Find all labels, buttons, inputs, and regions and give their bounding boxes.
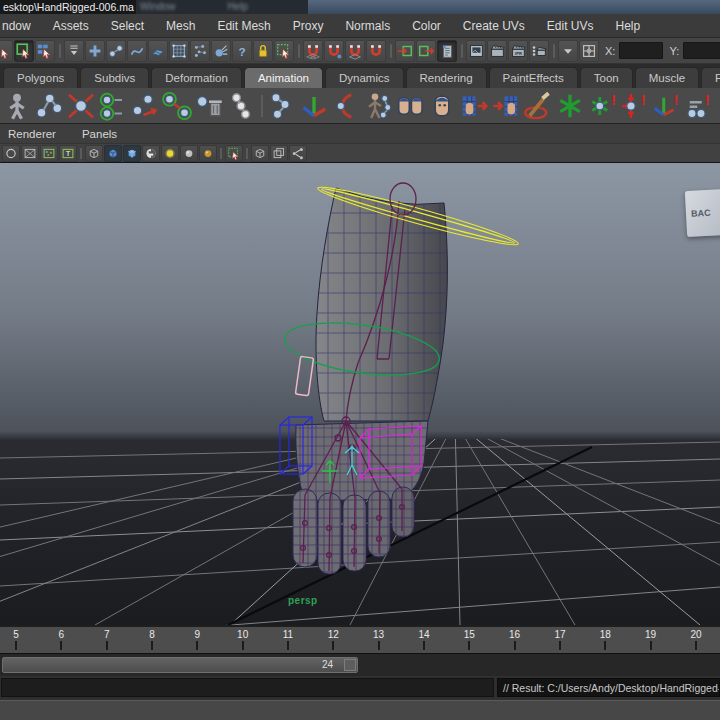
output-connections-icon[interactable]: [416, 40, 436, 62]
attach-skin-icon[interactable]: [491, 91, 521, 121]
heads-up-text-icon[interactable]: T: [59, 145, 77, 162]
sidebar-dropdown-icon[interactable]: [558, 40, 578, 62]
ipr-render-icon[interactable]: IPR: [508, 40, 528, 62]
reroot-joint-icon[interactable]: [267, 91, 297, 121]
shelf-tab-animation[interactable]: Animation: [244, 67, 323, 88]
construction-history-icon[interactable]: [437, 40, 457, 62]
timeline-frame-17[interactable]: 17: [554, 629, 565, 640]
timeline-frame-14[interactable]: 14: [418, 629, 429, 640]
mask-curves-icon[interactable]: [127, 40, 147, 62]
orient-constraint-icon[interactable]: !: [651, 91, 681, 121]
mask-misc-icon[interactable]: ?: [232, 40, 252, 62]
mask-deformers-icon[interactable]: [169, 40, 189, 62]
show-manipulators-icon[interactable]: [579, 40, 599, 62]
menu-create-uvs[interactable]: Create UVs: [452, 19, 536, 33]
timeline-frame-10[interactable]: 10: [237, 629, 248, 640]
mask-handles-icon[interactable]: [85, 40, 105, 62]
snap-to-curves-icon[interactable]: [324, 40, 344, 62]
ik-spline-handle-icon[interactable]: [98, 91, 128, 121]
back-image-plane[interactable]: BAC: [685, 189, 720, 237]
point-constraint-icon[interactable]: !: [587, 91, 617, 121]
share-nodes-icon[interactable]: [289, 145, 307, 162]
menu-edit-mesh[interactable]: Edit Mesh: [206, 19, 281, 33]
snap-to-points-icon[interactable]: [345, 40, 365, 62]
timeline-frame-6[interactable]: 6: [59, 629, 65, 640]
timeline-frame-20[interactable]: 20: [690, 629, 701, 640]
paint-skin-weights-icon[interactable]: [523, 91, 553, 121]
isolate-cube-icon[interactable]: [251, 145, 269, 162]
orient-joint-icon[interactable]: [299, 91, 329, 121]
timeline-frame-13[interactable]: 13: [373, 629, 384, 640]
selection-mask-menu-icon[interactable]: [64, 40, 84, 62]
smooth-bind-icon[interactable]: [395, 91, 425, 121]
default-material-icon[interactable]: [142, 145, 160, 162]
circle-select-icon[interactable]: [2, 145, 20, 162]
timeline-frame-12[interactable]: 12: [328, 629, 339, 640]
aim-constraint-icon[interactable]: !: [619, 91, 649, 121]
lighting-all-icon[interactable]: [199, 145, 217, 162]
timeline-frame-11[interactable]: 11: [283, 629, 293, 640]
timeline-frame-9[interactable]: 9: [195, 629, 201, 640]
selection-highlight-icon[interactable]: [225, 145, 243, 162]
menu-proxy[interactable]: Proxy: [282, 19, 335, 33]
timeline-frame-5[interactable]: 5: [13, 629, 19, 640]
timeline-frame-16[interactable]: 16: [509, 629, 520, 640]
snap-to-planes-icon[interactable]: [366, 40, 386, 62]
x-coordinate-input[interactable]: [619, 42, 663, 59]
gate-mask-icon[interactable]: [40, 145, 58, 162]
command-input[interactable]: [1, 678, 494, 697]
panels-menu[interactable]: Panels: [82, 128, 117, 140]
select-by-hierarchy-icon[interactable]: [0, 40, 13, 62]
menu-mesh[interactable]: Mesh: [155, 19, 206, 33]
create-cluster-icon[interactable]: [555, 91, 585, 121]
shelf-tab-painteffects[interactable]: PaintEffects: [489, 67, 578, 88]
detach-skin-icon[interactable]: [459, 91, 489, 121]
highlight-selection-icon[interactable]: [274, 40, 294, 62]
viewport[interactable]: persp BAC: [0, 163, 720, 625]
shelf-tab-muscle[interactable]: Muscle: [635, 67, 699, 88]
shelf-tab-rendering[interactable]: Rendering: [406, 67, 487, 88]
menu-edit-uvs[interactable]: Edit UVs: [536, 19, 605, 33]
mask-rendering-icon[interactable]: [211, 40, 231, 62]
shelf-tab-dynamics[interactable]: Dynamics: [325, 67, 403, 88]
shelf-tab-polygons[interactable]: Polygons: [3, 67, 78, 88]
mask-dynamics-icon[interactable]: [190, 40, 210, 62]
remove-joint-icon[interactable]: [194, 91, 224, 121]
render-settings-icon[interactable]: [529, 40, 549, 62]
ik-handle-tool-icon[interactable]: [66, 91, 96, 121]
rigid-bind-icon[interactable]: [427, 91, 457, 121]
renderer-menu[interactable]: Renderer: [8, 128, 56, 140]
timeline-frame-18[interactable]: 18: [600, 629, 611, 640]
select-by-component-icon[interactable]: [35, 40, 55, 62]
y-coordinate-input[interactable]: [683, 42, 720, 59]
render-view-icon[interactable]: [466, 40, 486, 62]
character-skeleton-icon[interactable]: [363, 91, 393, 121]
parent-constraint-icon[interactable]: !: [683, 91, 713, 121]
menu-select[interactable]: Select: [100, 19, 155, 33]
timeline-frame-7[interactable]: 7: [104, 629, 110, 640]
range-slider-handle[interactable]: [344, 659, 356, 671]
shelf-tab-toon[interactable]: Toon: [580, 67, 633, 88]
lock-selection-icon[interactable]: [253, 40, 273, 62]
mask-surfaces-icon[interactable]: [148, 40, 168, 62]
mirror-joint-icon[interactable]: [226, 91, 256, 121]
mask-joints-icon[interactable]: [106, 40, 126, 62]
viewport-canvas[interactable]: [0, 163, 720, 625]
shaded-cube-icon[interactable]: [104, 145, 122, 162]
joint-tool-icon[interactable]: [34, 91, 64, 121]
film-gate-icon[interactable]: [21, 145, 39, 162]
shelf-tab-deformation[interactable]: Deformation: [151, 67, 242, 88]
insert-joint-icon[interactable]: [130, 91, 160, 121]
wireframe-cube-icon[interactable]: [85, 145, 103, 162]
timeline-frame-19[interactable]: 19: [645, 629, 656, 640]
textured-cube-icon[interactable]: [123, 145, 141, 162]
menu-color[interactable]: Color: [401, 19, 452, 33]
range-slider-bar[interactable]: 24: [2, 657, 358, 673]
connect-joint-icon[interactable]: [162, 91, 192, 121]
snap-to-grids-icon[interactable]: [303, 40, 323, 62]
human-figure-icon[interactable]: [2, 91, 32, 121]
shelf-tab-fluids[interactable]: Fluids: [701, 67, 720, 88]
shelf-tab-subdivs[interactable]: Subdivs: [80, 67, 149, 88]
menu-assets[interactable]: Assets: [42, 19, 100, 33]
time-slider[interactable]: 567891011121314151617181920: [0, 625, 720, 653]
